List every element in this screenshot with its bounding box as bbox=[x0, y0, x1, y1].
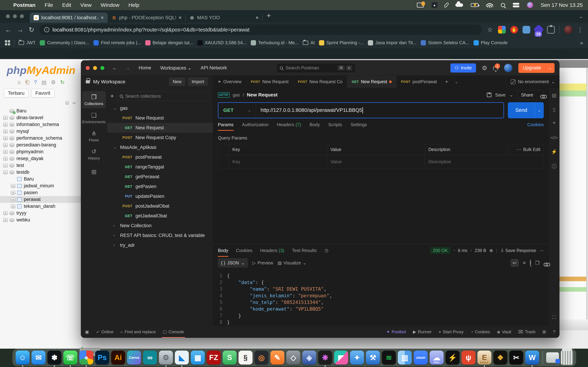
dock-chrome[interactable]: ● bbox=[79, 350, 93, 365]
tab-close-icon[interactable]: × bbox=[101, 15, 104, 21]
info-icon[interactable]: ⓘ bbox=[552, 163, 557, 170]
request-postperawat[interactable]: POSTpostPerawat bbox=[107, 152, 213, 162]
cookies-link[interactable]: Cookies bbox=[527, 122, 544, 127]
dock-spotify[interactable]: ≋ bbox=[382, 350, 396, 365]
account-avatar[interactable] bbox=[504, 64, 512, 72]
dock-whatsapp[interactable]: ☏ bbox=[63, 350, 77, 365]
close-window-button[interactable] bbox=[6, 14, 10, 18]
footer-start-proxy[interactable]: ⌖Start Proxy bbox=[439, 326, 464, 338]
forward-button[interactable]: → bbox=[17, 26, 24, 33]
copy-icon[interactable]: ❐ bbox=[535, 260, 539, 266]
bookmark-7[interactable]: Sprint Planning -... bbox=[319, 40, 364, 45]
bookmark-3[interactable]: Belajar dengan tut... bbox=[145, 40, 193, 45]
site-info-icon[interactable]: i bbox=[44, 27, 49, 32]
method-select[interactable]: GET ⌄ bbox=[218, 103, 256, 118]
bookmarks-overflow-icon[interactable]: » bbox=[580, 40, 583, 46]
dock-cloud-pro-app[interactable]: ☁PRO bbox=[430, 350, 444, 365]
browser-profile-avatar[interactable] bbox=[564, 25, 573, 34]
pma-tree-item-baru[interactable]: +Baru bbox=[0, 176, 82, 183]
workspace-title[interactable]: My Workspace bbox=[93, 79, 125, 84]
expander-icon[interactable]: − bbox=[3, 170, 8, 174]
postman-window-controls[interactable] bbox=[86, 66, 104, 70]
trash-icon[interactable] bbox=[561, 350, 573, 365]
dock-eagle[interactable]: EEAGLE bbox=[477, 350, 491, 365]
globe-icon[interactable]: ⊕ bbox=[489, 248, 493, 253]
sidebar-item-environments[interactable]: ❏Environments bbox=[82, 109, 106, 126]
footer-trash[interactable]: ⌧Trash bbox=[518, 326, 535, 338]
wrap-text-icon[interactable]: ↩ bbox=[511, 259, 519, 267]
pma-tree-item-tryyy[interactable]: +tryyy bbox=[0, 210, 82, 217]
bookmark-2[interactable]: Find remote jobs |... bbox=[94, 40, 141, 45]
reload-button[interactable]: ↻ bbox=[29, 26, 34, 33]
scrollbar[interactable] bbox=[586, 68, 588, 330]
bookmark-6[interactable]: AI bbox=[303, 40, 315, 45]
menubar-item-edit[interactable]: Edit bbox=[62, 2, 71, 8]
chevron-icon[interactable]: ⌄ bbox=[113, 145, 120, 150]
search-collections-input[interactable]: Search collections bbox=[117, 92, 210, 101]
browser-tab-2[interactable]: ⊕MAS YOO× bbox=[185, 13, 262, 23]
bookmark-4[interactable]: XAUUSD 3,586.54... bbox=[197, 40, 246, 45]
google-extension-icon[interactable] bbox=[498, 26, 506, 33]
bookmark-5[interactable]: Terhubung.id - Me... bbox=[251, 40, 299, 45]
expander-icon[interactable]: + bbox=[3, 123, 8, 126]
close-window-button[interactable] bbox=[86, 66, 90, 70]
dock-chatgpt[interactable]: ✽ bbox=[47, 350, 61, 365]
save-button[interactable]: Save bbox=[495, 92, 506, 98]
nav-home[interactable]: Home bbox=[138, 65, 151, 71]
request-tab-headers[interactable]: Headers (7) bbox=[277, 118, 301, 131]
settings-gear-icon[interactable]: ⚙ bbox=[482, 65, 487, 71]
collection-new-collection[interactable]: ›New Collection bbox=[107, 221, 213, 231]
expander-icon[interactable]: + bbox=[3, 157, 8, 161]
battery-icon[interactable] bbox=[471, 3, 478, 7]
scratchpad-icon[interactable]: ⛶ bbox=[553, 315, 556, 320]
expander-icon[interactable]: + bbox=[11, 198, 15, 201]
dock-panels-app[interactable]: ▥ bbox=[398, 350, 412, 365]
pma-tree-item-phpmyadmin[interactable]: +phpmyadmin bbox=[0, 148, 82, 155]
preview-button[interactable]: ▷ Preview bbox=[252, 260, 273, 266]
address-bar[interactable]: i localhost:8081/phpmyadmin/index.php?ro… bbox=[40, 25, 482, 35]
dock-white-script-app[interactable]: § bbox=[239, 350, 252, 365]
add-tab-button[interactable]: + bbox=[441, 76, 452, 88]
spotlight-icon[interactable] bbox=[501, 3, 505, 7]
request-getperawat[interactable]: GETgetPerawat bbox=[107, 172, 213, 182]
menubar-item-file[interactable]: File bbox=[45, 2, 53, 8]
bookmark-9[interactable]: Sistem Seleksi CA... bbox=[421, 40, 469, 45]
dock-unity[interactable]: ◇ bbox=[286, 350, 300, 365]
request-new-request-copy[interactable]: POSTNew Request Copy bbox=[107, 133, 213, 142]
back-button[interactable]: ← bbox=[5, 26, 12, 33]
bookmark-10[interactable]: Play Console bbox=[474, 40, 508, 45]
pma-tree-item-test[interactable]: −test bbox=[0, 162, 82, 169]
import-button[interactable]: Import bbox=[188, 77, 208, 86]
url-text[interactable]: localhost:8081/phpmyadmin/index.php?rout… bbox=[52, 27, 250, 33]
collection-masade-aplikasi[interactable]: ⌄MasAde_Aplikasi bbox=[107, 142, 213, 152]
param-value-input[interactable]: Value bbox=[327, 155, 425, 168]
menubar-item-view[interactable]: View bbox=[80, 2, 92, 8]
dock-gold-app[interactable]: ❖ bbox=[493, 350, 507, 365]
browser-tab-1[interactable]: ≣php - PDOException SQLSTA× bbox=[108, 13, 185, 23]
tab-close-icon[interactable]: × bbox=[179, 15, 182, 21]
pma-tree-item-baru[interactable]: +Baru bbox=[0, 108, 82, 114]
app-switch-icon[interactable]: ▲ bbox=[432, 2, 438, 8]
dock-gear-utility[interactable]: ⚙ bbox=[159, 350, 173, 365]
nav-api-network[interactable]: API Network bbox=[200, 65, 227, 71]
more-tools-icon[interactable]: ⊞ bbox=[91, 168, 96, 176]
send-dropdown-icon[interactable]: ⌄ bbox=[535, 102, 544, 118]
pma-tree-item-tekanan-darah[interactable]: +tekanan_darah bbox=[0, 203, 82, 210]
footer-vault[interactable]: ◈Vault bbox=[497, 326, 511, 338]
refresh-icon[interactable]: ↻ bbox=[60, 79, 65, 85]
pma-tree-item-persediaan-barang[interactable]: +persediaan-barang bbox=[0, 142, 82, 148]
browser-window-controls[interactable] bbox=[0, 14, 30, 23]
tab-options-icon[interactable]: ⌄ bbox=[452, 76, 461, 88]
dock-dark-ring-app[interactable]: ◎ bbox=[254, 350, 268, 365]
control-center-icon[interactable] bbox=[513, 3, 519, 7]
documentation-icon[interactable]: ▯ bbox=[553, 107, 555, 112]
dock-watch-app[interactable]: ⚡ bbox=[446, 350, 459, 365]
minimize-window-button[interactable] bbox=[13, 14, 17, 18]
expander-icon[interactable]: + bbox=[11, 191, 15, 195]
request-new-request[interactable]: GETNew Request bbox=[107, 123, 213, 133]
pma-tree-item-resep-dayak[interactable]: +resep_dayak bbox=[0, 155, 82, 162]
pma-tree-item-jadwal-minum[interactable]: +jadwal_minum bbox=[0, 183, 82, 189]
minimize-window-button[interactable] bbox=[93, 66, 97, 70]
save-response-button[interactable]: ⇩ Save Response bbox=[501, 248, 536, 253]
send-button[interactable]: Send ⌄ bbox=[508, 102, 544, 118]
